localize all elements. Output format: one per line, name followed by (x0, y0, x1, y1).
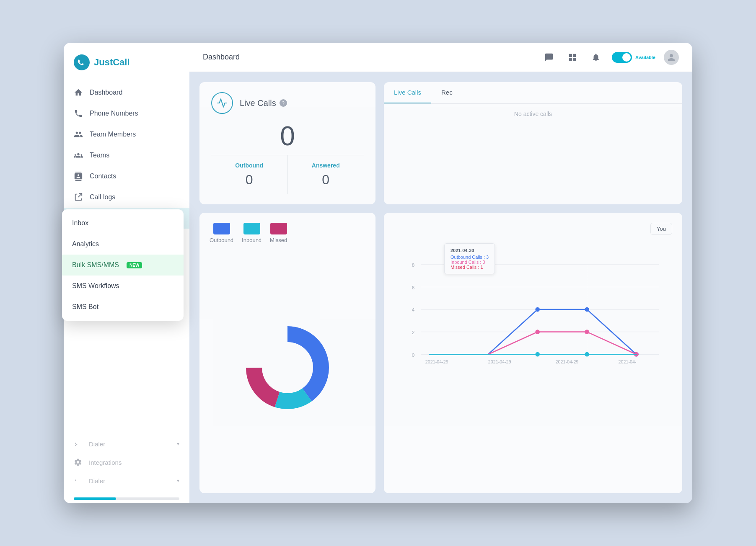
stat-answered-value: 0 (295, 172, 357, 188)
legend-swatch-inbound (243, 223, 260, 234)
svg-text:2021-04-29: 2021-04-29 (556, 359, 579, 364)
status-toggle-container: Available (612, 52, 655, 63)
scrollbar (74, 497, 179, 500)
stat-outbound-label: Outbound (218, 162, 281, 169)
tooltip-missed: Missed Calls : 1 (450, 265, 489, 270)
main-content: Dashboard Available (189, 43, 692, 503)
stat-answered-label: Answered (295, 162, 357, 169)
live-calls-count: 0 (211, 121, 364, 152)
sidebar-item-call-logs[interactable]: Call logs (64, 187, 189, 208)
bell-icon (591, 53, 601, 62)
status-label: Available (635, 55, 655, 60)
teams-icon (74, 151, 83, 160)
notification-icon-btn[interactable] (588, 50, 603, 65)
right-panel-content: No active calls (384, 104, 682, 124)
stat-answered: Answered 0 (288, 155, 364, 194)
sms-workflows-label: SMS Workflows (72, 282, 119, 290)
users-icon (74, 130, 83, 139)
svg-text:8: 8 (412, 262, 415, 268)
dropdown-item-bulk-sms[interactable]: Bulk SMS/MMS NEW (64, 255, 184, 276)
svg-text:2021-04-29: 2021-04-29 (425, 359, 448, 364)
sidebar-label-teams: Teams (90, 152, 109, 159)
donut-container (210, 252, 365, 483)
legend-label-outbound: Outbound (210, 237, 233, 243)
tooltip-outbound: Outbound Calls : 3 (450, 255, 489, 260)
line-card-header: You (394, 223, 672, 235)
home-icon (74, 88, 83, 97)
svg-text:6: 6 (412, 285, 415, 290)
dropdown-item-analytics[interactable]: Analytics (64, 234, 184, 255)
svg-text:2: 2 (412, 330, 415, 335)
tooltip-date: 2021-04-30 (450, 248, 489, 253)
sidebar-item-phone-numbers[interactable]: Phone Numbers (64, 103, 189, 124)
sms-dropdown-popup: Inbox Analytics Bulk SMS/MMS NEW SMS Wor… (64, 209, 184, 321)
svg-text:2021-04-29: 2021-04-29 (488, 359, 511, 364)
svg-point-26 (585, 352, 589, 357)
sidebar-item-dialer[interactable]: Dialer ▾ (74, 435, 179, 452)
sidebar-label-call-logs: Call logs (90, 193, 115, 201)
chart-svg-container: 2021-04-30 Outbound Calls : 3 Inbound Ca… (394, 240, 672, 483)
line-chart-card: You 2021-04-30 Outbound Calls : 3 Inboun… (384, 213, 682, 493)
line-chart-svg: 0 2 4 6 8 2021-04-29 (394, 240, 672, 366)
donut-chart-card: Outbound Inbound Missed (199, 213, 375, 493)
inbox-label: Inbox (72, 219, 88, 227)
help-icon[interactable]: ? (280, 99, 287, 107)
live-calls-text: Live Calls (240, 98, 276, 108)
user-avatar[interactable] (664, 50, 679, 65)
donut-chart (237, 317, 338, 418)
stat-outbound-value: 0 (218, 172, 281, 188)
dropdown-item-sms-workflows[interactable]: SMS Workflows (64, 276, 184, 296)
tab-rec[interactable]: Rec (431, 82, 463, 103)
legend-outbound: Outbound (210, 223, 233, 243)
chat-icon (544, 53, 554, 62)
stat-outbound: Outbound 0 (211, 155, 288, 194)
live-calls-title: Live Calls ? (240, 98, 287, 108)
phone-icon (74, 109, 83, 118)
bulk-sms-label: Bulk SMS/MMS (72, 261, 119, 269)
live-calls-card: Live Calls ? 0 Outbound 0 Answered 0 (199, 82, 375, 204)
sidebar-item-dashboard[interactable]: Dashboard (64, 82, 189, 103)
grid-icon-btn[interactable] (565, 50, 580, 65)
status-toggle[interactable] (612, 52, 632, 63)
tab-live-calls[interactable]: Live Calls (384, 82, 431, 103)
svg-point-25 (535, 352, 540, 357)
live-calls-stats: Outbound 0 Answered 0 (211, 155, 364, 194)
contacts-icon (74, 172, 83, 181)
activity-icon (217, 98, 228, 108)
dropdown-item-sms-bot[interactable]: SMS Bot (64, 296, 184, 317)
sidebar-label-phone-numbers: Phone Numbers (90, 110, 138, 117)
sidebar-item-teams[interactable]: Teams (64, 145, 189, 166)
legend-inbound: Inbound (242, 223, 261, 243)
sidebar-item-team-members[interactable]: Team Members (64, 124, 189, 145)
logo-area: JustCall (64, 43, 189, 82)
right-panel: Live Calls Rec No active calls (384, 82, 682, 204)
avatar-icon (667, 53, 676, 62)
sidebar-label-dashboard: Dashboard (90, 89, 122, 96)
sidebar-label-contacts: Contacts (90, 173, 116, 180)
integrations-label: Integrations (89, 459, 122, 466)
header: Dashboard Available (189, 43, 692, 72)
sidebar-item-dialer2[interactable]: Dialer ▾ (74, 472, 179, 489)
logo-icon (74, 54, 90, 70)
svg-point-22 (535, 330, 540, 334)
dropdown-item-inbox[interactable]: Inbox (64, 213, 184, 234)
svg-text:2021-04-: 2021-04- (619, 359, 637, 364)
svg-point-0 (74, 54, 90, 70)
sidebar-item-integrations[interactable]: Integrations (74, 454, 179, 471)
legend-swatch-missed (270, 223, 287, 234)
legend-missed: Missed (270, 223, 287, 243)
sidebar-item-contacts[interactable]: Contacts (64, 166, 189, 187)
svg-point-19 (535, 307, 540, 312)
content-area: Live Calls ? 0 Outbound 0 Answered 0 (189, 72, 692, 503)
legend-row: Outbound Inbound Missed (210, 223, 365, 243)
calllogs-icon (74, 193, 83, 202)
live-calls-header: Live Calls ? (211, 92, 364, 114)
grid-icon (568, 53, 577, 62)
legend-label-inbound: Inbound (242, 237, 261, 243)
tooltip-inbound: Inbound Calls : 0 (450, 260, 489, 265)
chart-tooltip: 2021-04-30 Outbound Calls : 3 Inbound Ca… (444, 243, 495, 274)
dialer-label: Dialer (89, 440, 105, 448)
header-actions: Available (541, 50, 679, 65)
chat-icon-btn[interactable] (541, 50, 557, 65)
team-member-badge[interactable]: You (650, 223, 672, 235)
